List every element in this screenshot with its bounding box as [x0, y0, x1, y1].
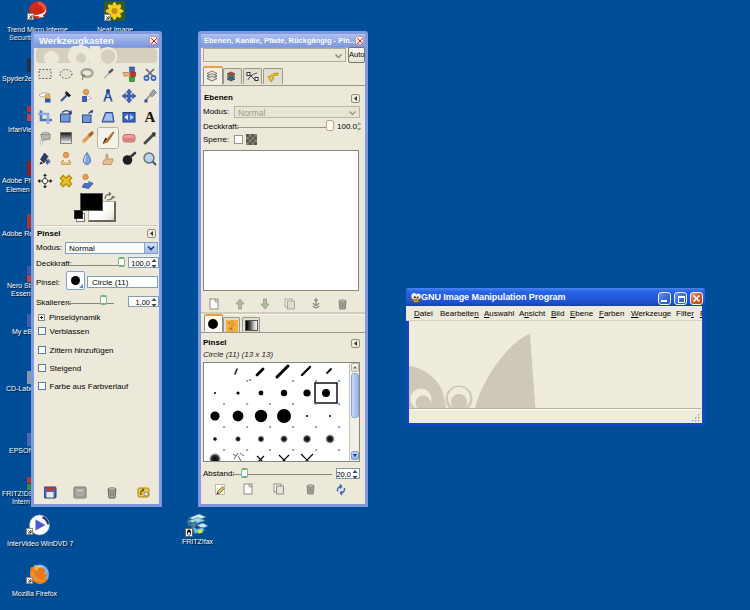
svg-text:A: A — [145, 109, 156, 125]
